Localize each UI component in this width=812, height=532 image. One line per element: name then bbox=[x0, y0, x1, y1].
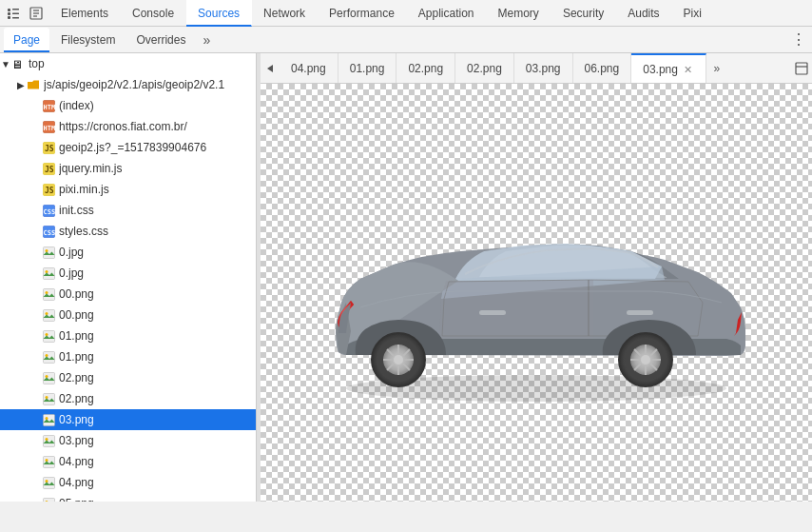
tree-label: pixi.min.js bbox=[59, 183, 109, 196]
image-tab-label: 03.png bbox=[526, 53, 561, 84]
image-tab-0[interactable]: 04.png bbox=[280, 53, 338, 84]
image-tab-label: 01.png bbox=[350, 53, 385, 84]
tab-pixi[interactable]: Pixi bbox=[672, 0, 714, 27]
tree-item-0jpg-1[interactable]: 0.jpg bbox=[0, 242, 256, 263]
image-tab-2[interactable]: 02.png bbox=[396, 53, 455, 84]
file-icon-img bbox=[42, 350, 55, 364]
file-icon-img bbox=[42, 413, 55, 426]
tree-item-01png-1[interactable]: 01.png bbox=[0, 325, 256, 346]
file-icon-folder bbox=[27, 78, 40, 91]
svg-text:CSS: CSS bbox=[43, 208, 55, 216]
image-view bbox=[261, 84, 812, 502]
svg-marker-57 bbox=[267, 65, 273, 72]
svg-text:HTM: HTM bbox=[43, 125, 55, 132]
tree-item-01png-2[interactable]: 01.png bbox=[0, 346, 256, 367]
file-icon-html: HTM bbox=[42, 99, 55, 112]
main-tab-bar: ElementsConsoleSourcesNetworkPerformance… bbox=[49, 0, 812, 27]
svg-rect-49 bbox=[43, 498, 54, 502]
sec-tab-overrides[interactable]: Overrides bbox=[126, 28, 195, 52]
file-icon-img bbox=[42, 266, 55, 280]
svg-rect-4 bbox=[8, 16, 10, 19]
svg-rect-5 bbox=[12, 17, 19, 19]
image-tab-close[interactable]: ✕ bbox=[682, 53, 694, 84]
svg-rect-58 bbox=[796, 63, 807, 74]
tree-item-03png-selected[interactable]: 03.png bbox=[0, 409, 256, 430]
devtools-toolbar: ElementsConsoleSourcesNetworkPerformance… bbox=[0, 0, 812, 27]
tab-network[interactable]: Network bbox=[252, 0, 318, 27]
tree-arrow: ▶ bbox=[15, 80, 27, 90]
image-tab-1[interactable]: 01.png bbox=[338, 53, 397, 84]
tree-item-00png-1[interactable]: 00.png bbox=[0, 284, 256, 305]
tree-label: 01.png bbox=[59, 350, 94, 364]
tree-item-apis-folder[interactable]: ▶js/apis/geoip2/v2.1/apis/geoip2/v2.1 bbox=[0, 74, 256, 95]
sec-tab-page[interactable]: Page bbox=[4, 28, 49, 52]
tree-label: 0.jpg bbox=[59, 266, 84, 280]
svg-rect-35 bbox=[43, 351, 54, 363]
image-tab-3[interactable]: 02.png bbox=[455, 53, 514, 84]
image-tab-6[interactable]: 03.png✕ bbox=[631, 53, 706, 84]
tree-item-05png-1[interactable]: 05.png bbox=[0, 493, 256, 502]
tree-item-init-css[interactable]: CSSinit.css bbox=[0, 200, 256, 221]
file-icon-js: JS bbox=[42, 141, 55, 154]
tree-label: init.css bbox=[59, 204, 94, 217]
svg-rect-43 bbox=[43, 435, 54, 446]
secondary-kebab-icon[interactable]: ⋮ bbox=[789, 30, 808, 49]
tab-memory[interactable]: Memory bbox=[487, 0, 551, 27]
tree-label: 03.png bbox=[59, 434, 94, 447]
tree-item-top[interactable]: ▼🖥top bbox=[0, 53, 256, 74]
image-tabs-prev[interactable] bbox=[261, 54, 280, 83]
tree-item-geoip2[interactable]: JSgeoip2.js?_=1517839904676 bbox=[0, 137, 256, 158]
tab-performance[interactable]: Performance bbox=[318, 0, 407, 27]
secondary-more-icon[interactable]: » bbox=[197, 30, 216, 49]
tree-item-04png-1[interactable]: 04.png bbox=[0, 451, 256, 472]
tree-label: 00.png bbox=[59, 287, 94, 301]
file-icon-img bbox=[42, 434, 55, 447]
svg-text:JS: JS bbox=[45, 166, 54, 174]
image-tab-5[interactable]: 06.png bbox=[573, 53, 632, 84]
svg-rect-47 bbox=[43, 477, 54, 488]
image-tabs-expand[interactable] bbox=[791, 54, 812, 83]
secondary-bar: PageFilesystemOverrides » ⋮ bbox=[0, 27, 812, 53]
tree-label: js/apis/geoip2/v2.1/apis/geoip2/v2.1 bbox=[44, 78, 224, 91]
image-tabs-more[interactable]: » bbox=[706, 54, 727, 83]
main-layout: ▼🖥top▶js/apis/geoip2/v2.1/apis/geoip2/v2… bbox=[0, 53, 812, 502]
toolbar-icons bbox=[0, 4, 49, 23]
file-icon-img bbox=[42, 371, 55, 384]
tab-console[interactable]: Console bbox=[121, 0, 186, 27]
tree-item-0jpg-2[interactable]: 0.jpg bbox=[0, 263, 256, 284]
tree-item-pixi[interactable]: JSpixi.min.js bbox=[0, 179, 256, 200]
file-icon-img bbox=[42, 287, 55, 301]
tab-application[interactable]: Application bbox=[407, 0, 487, 27]
svg-text:🖥: 🖥 bbox=[11, 58, 23, 70]
tree-label: top bbox=[29, 57, 45, 70]
tree-item-04png-2[interactable]: 04.png bbox=[0, 472, 256, 493]
tree-item-03png-2[interactable]: 03.png bbox=[0, 430, 256, 451]
svg-rect-37 bbox=[43, 372, 54, 384]
car-svg bbox=[289, 179, 783, 407]
file-icon-img bbox=[42, 308, 55, 322]
tree-label: 00.png bbox=[59, 308, 94, 322]
sec-tab-filesystem[interactable]: Filesystem bbox=[51, 28, 125, 52]
svg-rect-25 bbox=[43, 246, 54, 258]
inspect-icon[interactable] bbox=[27, 4, 46, 23]
tree-item-styles-css[interactable]: CSSstyles.css bbox=[0, 221, 256, 242]
tree-item-02png-1[interactable]: 02.png bbox=[0, 367, 256, 388]
file-icon-img bbox=[42, 246, 55, 259]
tree-item-cronos-url[interactable]: HTMhttps://cronos.fiat.com.br/ bbox=[0, 116, 256, 137]
tree-item-jquery[interactable]: JSjquery.min.js bbox=[0, 158, 256, 179]
tree-item-index[interactable]: HTM(index) bbox=[0, 95, 256, 116]
image-tab-4[interactable]: 03.png bbox=[514, 53, 573, 84]
tab-security[interactable]: Security bbox=[551, 0, 616, 27]
devtools-menu-icon[interactable] bbox=[4, 4, 23, 23]
svg-rect-31 bbox=[43, 309, 54, 321]
tab-audits[interactable]: Audits bbox=[616, 0, 671, 27]
file-icon-js: JS bbox=[42, 183, 55, 196]
file-icon-img bbox=[42, 392, 55, 405]
svg-text:JS: JS bbox=[45, 187, 54, 195]
tab-elements[interactable]: Elements bbox=[49, 0, 121, 27]
tab-sources[interactable]: Sources bbox=[186, 0, 252, 27]
tree-label: 03.png bbox=[59, 413, 94, 426]
tree-item-02png-2[interactable]: 02.png bbox=[0, 388, 256, 409]
right-panel: 04.png01.png02.png02.png03.png06.png03.p… bbox=[261, 53, 812, 502]
tree-item-00png-2[interactable]: 00.png bbox=[0, 305, 256, 325]
